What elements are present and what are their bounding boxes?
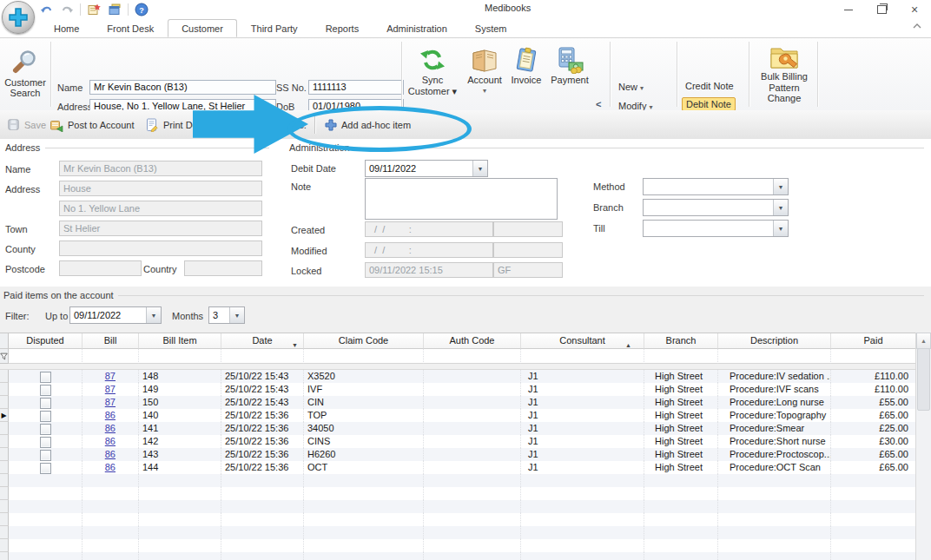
new-menu-item[interactable]: New▾ — [618, 82, 644, 92]
column-header-claim-code[interactable]: Claim Code — [304, 333, 424, 349]
disputed-checkbox[interactable] — [40, 450, 51, 461]
open-window-icon[interactable] — [107, 2, 122, 17]
customer-name-field[interactable]: Mr Kevin Bacon (B13) — [89, 80, 276, 95]
branch-cell: High Street — [644, 409, 718, 422]
maximize-button[interactable] — [865, 0, 898, 19]
disputed-checkbox[interactable] — [40, 424, 51, 435]
bill-item-cell: 142 — [139, 435, 221, 448]
tab-reports[interactable]: Reports — [312, 19, 373, 37]
upto-date-combo[interactable]: 09/11/2022▼ — [69, 306, 162, 324]
column-header-disputed[interactable]: Disputed — [9, 333, 83, 349]
shrink-group-button[interactable]: < — [596, 99, 601, 109]
note-textarea[interactable] — [365, 178, 558, 220]
bill-link[interactable]: 87 — [83, 383, 116, 396]
date-cell: 25/10/22 15:36 — [221, 448, 304, 461]
new-note-icon[interactable] — [86, 2, 102, 17]
disputed-cell — [9, 370, 83, 383]
debit-date-combo[interactable]: 09/11/2022▼ — [365, 160, 488, 177]
payment-button[interactable]: Payment — [547, 41, 592, 107]
name-label: Name — [57, 82, 83, 93]
consultant-cell: J1 — [521, 435, 644, 448]
chevron-down-icon[interactable]: ▼ — [146, 307, 161, 323]
row-indicator-cell — [0, 513, 9, 526]
auth-code-cell — [424, 383, 521, 396]
customer-ssno-field[interactable]: 1111113 — [308, 80, 404, 95]
chevron-down-icon[interactable]: ▼ — [229, 307, 244, 323]
group-divider — [401, 42, 402, 107]
method-combo[interactable]: ▼ — [643, 178, 789, 195]
column-header-branch[interactable]: Branch — [644, 333, 718, 349]
chevron-down-icon[interactable]: ▼ — [773, 200, 788, 215]
collapse-ribbon-icon[interactable] — [912, 22, 924, 34]
funnel-icon — [0, 352, 8, 361]
chevron-down-icon[interactable]: ▼ — [472, 161, 487, 176]
branch-cell: High Street — [644, 422, 718, 435]
bill-item-cell — [139, 539, 221, 552]
chevron-down-icon[interactable]: ▼ — [773, 221, 788, 236]
undo-icon[interactable] — [38, 2, 54, 17]
disputed-checkbox[interactable] — [40, 411, 51, 422]
consultant-cell: J1 — [521, 422, 644, 435]
column-header-date[interactable]: Date▼ — [221, 333, 304, 349]
post-to-account-icon — [50, 118, 63, 132]
tab-administration[interactable]: Administration — [373, 19, 461, 37]
minimize-button[interactable] — [832, 0, 865, 19]
chevron-down-icon[interactable]: ▼ — [773, 179, 788, 194]
tab-third-party[interactable]: Third Party — [237, 19, 312, 37]
bill-link[interactable]: 87 — [83, 396, 116, 409]
disputed-cell — [9, 461, 83, 474]
tab-front-desk[interactable]: Front Desk — [93, 19, 168, 37]
branch-combo[interactable]: ▼ — [643, 199, 789, 216]
bill-link[interactable]: 87 — [83, 370, 116, 383]
tab-system[interactable]: System — [461, 19, 521, 37]
tab-customer[interactable]: Customer — [168, 19, 237, 37]
disputed-cell — [9, 513, 83, 526]
bill-link[interactable]: 86 — [83, 409, 116, 422]
scroll-up-icon[interactable]: ▲ — [916, 333, 931, 349]
vertical-scrollbar[interactable]: ▲ — [915, 333, 931, 560]
credit-note-menu-item[interactable]: Credit Note — [685, 81, 734, 91]
description-cell: Procedure:Smear — [718, 422, 831, 435]
column-header-consultant[interactable]: Consultant▲ — [521, 333, 644, 349]
customer-search-button[interactable]: CustomerSearch — [0, 38, 50, 109]
sync-customer-button[interactable]: Sync Customer ▾ — [405, 41, 460, 107]
disputed-checkbox[interactable] — [40, 372, 51, 383]
invoice-button[interactable]: Invoice — [506, 41, 546, 107]
disputed-cell — [9, 422, 83, 435]
scrollbar-thumb[interactable] — [917, 348, 930, 411]
column-header-bill[interactable]: Bill — [83, 333, 139, 349]
column-header-paid[interactable]: Paid — [831, 333, 916, 349]
redo-icon[interactable] — [59, 2, 75, 17]
disputed-checkbox[interactable] — [40, 463, 51, 474]
auth-code-cell — [424, 461, 521, 474]
row-indicator-cell — [0, 474, 9, 487]
application-menu-button[interactable] — [2, 1, 35, 34]
post-to-account-button[interactable]: Post to Account — [50, 110, 134, 139]
column-header-bill-item[interactable]: Bill Item — [139, 333, 221, 349]
column-header-auth-code[interactable]: Auth Code — [424, 333, 521, 349]
bill-link[interactable]: 86 — [83, 422, 116, 435]
column-header-description[interactable]: Description — [718, 333, 831, 349]
description-cell: Procedure:Short nurse — [718, 435, 831, 448]
bulk-billing-pattern-change-button[interactable]: Bulk Billing Pattern Change — [752, 41, 816, 107]
tab-home[interactable]: Home — [40, 19, 93, 37]
disputed-checkbox[interactable] — [40, 437, 51, 448]
debit-note-menu-item[interactable]: Debit Note — [682, 97, 736, 111]
bill-link[interactable]: 86 — [83, 448, 116, 461]
months-combo[interactable]: 3▼ — [208, 306, 245, 324]
form-address1-field: House — [59, 181, 262, 196]
till-combo[interactable]: ▼ — [643, 220, 789, 237]
description-cell: Procedure:Long nurse — [718, 396, 831, 409]
address-group-caption: Address — [5, 142, 40, 153]
quick-access-toolbar: ? — [38, 2, 149, 17]
disputed-checkbox[interactable] — [40, 398, 51, 409]
help-icon[interactable]: ? — [134, 2, 149, 17]
bill-link[interactable]: 86 — [83, 435, 116, 448]
disputed-checkbox[interactable] — [40, 385, 51, 396]
row-indicator-cell — [0, 461, 9, 474]
empty-row — [0, 513, 916, 526]
filter-funnel-cell[interactable] — [0, 349, 9, 364]
close-button[interactable]: × — [898, 0, 931, 19]
bill-link[interactable]: 86 — [83, 461, 116, 474]
account-button[interactable]: Account ▾ — [464, 41, 505, 107]
